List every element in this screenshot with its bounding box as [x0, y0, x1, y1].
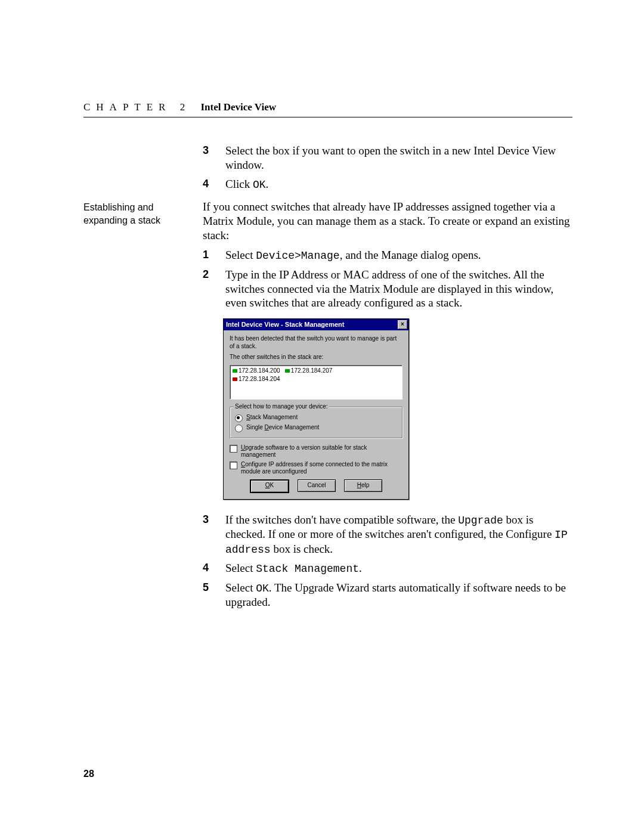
step-text: Click OK.	[225, 177, 572, 192]
dialog-titlebar: Intel Device View - Stack Management ×	[224, 319, 408, 330]
ip-item: 172.28.184.200	[239, 367, 280, 374]
page-number: 28	[83, 769, 94, 779]
steps-list-2a: 1 Select Device>Manage, and the Manage d…	[203, 248, 572, 310]
group-legend: Select how to manage your device:	[234, 403, 329, 411]
dialog-message: The other switches in the stack are:	[230, 354, 402, 361]
chapter-title: Intel Device View	[200, 101, 276, 113]
radio-single-device[interactable]	[235, 425, 243, 432]
radio-label: Single Device Management	[246, 424, 319, 432]
step-text: Select Device>Manage, and the Manage dia…	[225, 248, 572, 263]
step-number: 1	[203, 248, 223, 263]
dialog-message: It has been detected that the switch you…	[230, 335, 402, 350]
checkbox-label: Upgrade software to a version suitable f…	[241, 444, 402, 459]
section-sidebar-heading: Establishing and expanding a stack	[83, 201, 197, 227]
page-header: CHAPTER 2 Intel Device View	[83, 101, 572, 117]
step-number: 4	[203, 177, 223, 192]
step-text: Type in the IP Address or MAC address of…	[225, 268, 572, 310]
section-intro: If you connect switches that already hav…	[203, 200, 572, 242]
step-number: 2	[203, 268, 223, 310]
manage-mode-group: Select how to manage your device: Stack …	[230, 407, 402, 438]
step-text: Select the box if you want to open the s…	[225, 144, 572, 172]
stack-management-dialog: Intel Device View - Stack Management × I…	[223, 318, 409, 500]
steps-list-2b: 3 If the switches don't have compatible …	[203, 513, 572, 609]
chapter-label: CHAPTER 2	[83, 101, 191, 113]
ip-item: 172.28.184.207	[291, 367, 333, 374]
status-icon	[233, 369, 237, 373]
checkbox-upgrade[interactable]	[230, 445, 237, 453]
checkbox-label: Configure IP addresses if some connected…	[241, 461, 402, 476]
step-number: 5	[203, 581, 223, 609]
cancel-button[interactable]: Cancel	[298, 479, 336, 492]
step-number: 3	[203, 513, 223, 557]
switch-listbox[interactable]: 172.28.184.200 172.28.184.207 172.28.184…	[230, 365, 402, 400]
checkbox-configure-ip[interactable]	[230, 462, 237, 469]
steps-list-1: 3 Select the box if you want to open the…	[203, 144, 572, 191]
step-text: Select OK. The Upgrade Wizard starts aut…	[225, 581, 572, 609]
step-number: 3	[203, 144, 223, 172]
close-button[interactable]: ×	[398, 320, 407, 329]
ok-button[interactable]: OK	[250, 479, 289, 493]
dialog-title: Intel Device View - Stack Management	[226, 321, 344, 329]
help-button[interactable]: Help	[344, 479, 382, 492]
radio-stack-management[interactable]	[235, 414, 243, 422]
radio-label: Stack Management	[246, 414, 298, 422]
ip-item: 172.28.184.204	[239, 376, 280, 382]
step-text: Select Stack Management.	[225, 561, 572, 576]
step-number: 4	[203, 561, 223, 576]
status-icon	[233, 377, 237, 381]
status-icon	[285, 369, 290, 373]
step-text: If the switches don't have compatible so…	[225, 513, 572, 557]
